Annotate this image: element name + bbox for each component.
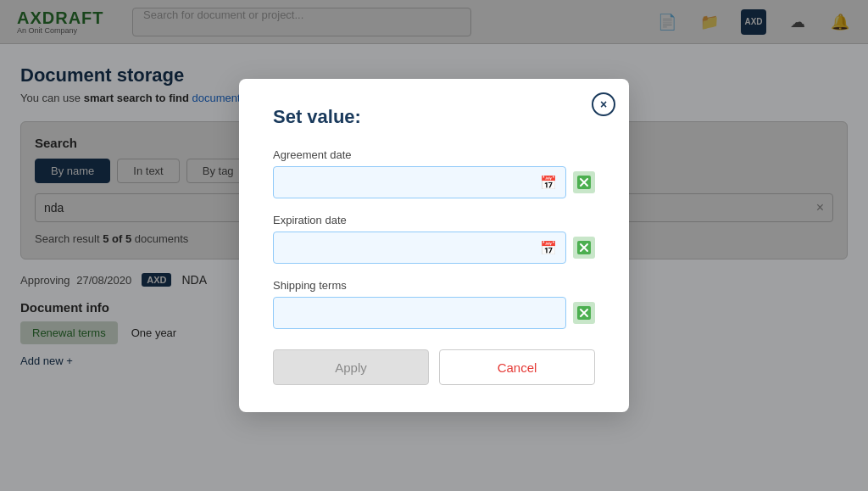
delete-shipping-terms-button[interactable]: [573, 302, 595, 324]
modal-buttons: Apply Cancel: [273, 349, 595, 385]
expiration-date-input[interactable]: 📅: [273, 232, 566, 264]
calendar-icon-2[interactable]: 📅: [540, 240, 557, 256]
shipping-terms-input[interactable]: [273, 297, 566, 329]
agreement-date-field[interactable]: [282, 176, 540, 189]
calendar-icon-1[interactable]: 📅: [540, 175, 557, 191]
agreement-date-group: Agreement date 📅: [273, 148, 595, 198]
modal-title: Set value:: [273, 106, 595, 128]
shipping-terms-row: [273, 297, 595, 329]
apply-button[interactable]: Apply: [273, 349, 429, 385]
cancel-button[interactable]: Cancel: [439, 349, 595, 385]
expiration-date-row: 📅: [273, 232, 595, 264]
modal-dialog: × Set value: Agreement date 📅 Expirat: [239, 79, 629, 412]
modal-close-button[interactable]: ×: [592, 92, 615, 116]
agreement-date-input[interactable]: 📅: [273, 166, 566, 198]
agreement-date-row: 📅: [273, 166, 595, 198]
expiration-date-group: Expiration date 📅: [273, 214, 595, 264]
expiration-date-label: Expiration date: [273, 214, 595, 226]
shipping-terms-label: Shipping terms: [273, 279, 595, 292]
expiration-date-field[interactable]: [282, 241, 540, 254]
delete-agreement-date-button[interactable]: [573, 171, 595, 193]
shipping-terms-group: Shipping terms: [273, 279, 595, 329]
agreement-date-label: Agreement date: [273, 148, 595, 161]
modal-overlay: × Set value: Agreement date 📅 Expirat: [0, 0, 868, 491]
delete-expiration-date-button[interactable]: [573, 237, 595, 259]
